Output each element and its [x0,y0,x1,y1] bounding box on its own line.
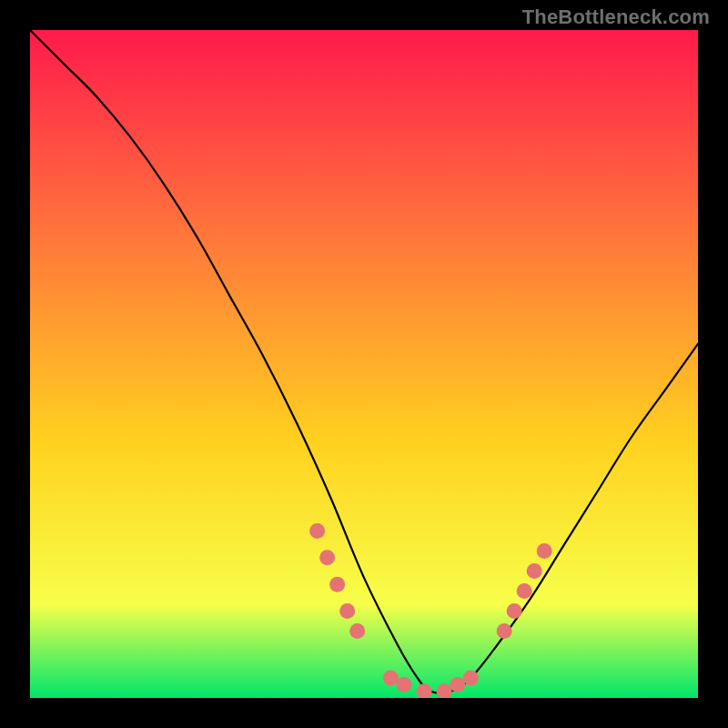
highlight-dot [397,677,412,693]
highlight-dot [349,623,365,639]
highlight-dot [463,670,479,685]
highlight-dot [497,623,512,639]
highlight-dot [319,550,335,565]
plot-area [30,30,698,698]
chart-frame: TheBottleneck.com [0,0,728,728]
highlight-dot [517,583,532,599]
highlight-dot [329,577,345,592]
highlight-dot [537,543,552,559]
chart-svg [30,30,698,698]
gradient-background [30,30,698,698]
highlight-dot [383,670,399,685]
highlight-dot [309,523,325,539]
highlight-dot [450,677,465,693]
highlight-dot [527,563,542,579]
highlight-dot [339,603,355,619]
watermark-text: TheBottleneck.com [522,5,710,29]
highlight-dot [507,603,522,619]
